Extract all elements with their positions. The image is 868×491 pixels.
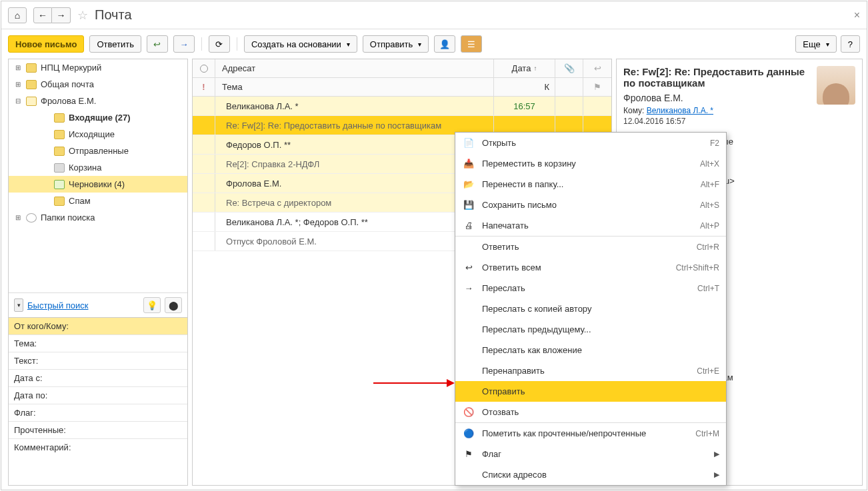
forward-button[interactable]: → [52,7,71,23]
ctx-shortcut: Ctrl+T [697,284,719,293]
address-book-button[interactable]: ☰ [461,35,482,53]
msg-header-row1: Адресат Дата↑ 📎 ↩ [193,59,611,78]
preview-to-link[interactable]: Великанова Л.А. * [647,106,713,115]
bulb-button[interactable]: 💡 [143,297,161,313]
circle-icon [200,65,208,73]
back-button[interactable]: ← [33,7,52,23]
reply-button[interactable]: Ответить [89,35,141,53]
forward-button-tb[interactable]: → [173,35,195,53]
ctx-item[interactable]: 📥Переместить в корзинуAlt+X [455,153,726,174]
ctx-item[interactable]: Списки адресов▶ [455,464,726,485]
folder-label: Общая почта [41,79,94,89]
col-important[interactable]: ! [193,78,215,96]
folder-icon [54,197,65,206]
col-subject[interactable]: Тема [215,78,494,96]
preview-to: Кому: Великанова Л.А. * [623,106,810,115]
create-based-button[interactable]: Создать на основании [244,35,357,53]
ctx-item[interactable]: ОтветитьCtrl+R [455,237,726,257]
col-reply[interactable]: ↩ [583,59,611,77]
folder-item-search[interactable]: ⊞Папки поиска [9,209,187,226]
search-text[interactable]: Текст: [9,352,187,370]
send-button[interactable]: Отправить [363,35,429,53]
help-button[interactable]: ? [841,35,860,53]
refresh-button[interactable]: ⟳ [209,35,230,53]
message-row[interactable]: Великанова Л.А. *16:57 [193,97,611,116]
ctx-item[interactable]: Переслать с копией автору [455,298,726,319]
search-flag[interactable]: Флаг: [9,404,187,422]
star-icon[interactable]: ☆ [77,8,88,23]
sort-asc-icon: ↑ [533,65,537,72]
ctx-label: Ответить всем [482,262,669,272]
folder-open-icon [26,97,37,106]
folder-label: Черновики (4) [69,179,125,189]
folder-item[interactable]: ⊟Фролова Е.М. [9,93,187,109]
search-comment[interactable]: Комментарий: [9,439,187,456]
ctx-label: Отозвать [482,407,719,417]
close-button[interactable]: × [854,9,860,21]
folder-label: Исходящие [69,129,115,139]
ctx-item[interactable]: 🖨НапечататьAlt+P [455,215,726,236]
search-from-to[interactable]: От кого/Кому: [9,318,187,335]
folder-label: Спам [69,196,91,206]
chevron-down-icon[interactable]: ▾ [14,298,23,312]
folder-item-drafts[interactable]: Черновики (4) [9,176,187,193]
col-addressee[interactable]: Адресат [215,59,494,77]
folder-item-outbox[interactable]: Исходящие [9,126,187,143]
ctx-item[interactable]: ПеренаправитьCtrl+E [455,360,726,381]
folder-item[interactable]: ⊞Общая почта [9,76,187,93]
expand-icon[interactable]: ⊞ [14,81,22,88]
ctx-shortcut: Ctrl+R [697,243,719,252]
folder-item[interactable]: ⊞НПЦ Меркурий [9,59,187,76]
reply-icon: ↩ [594,63,601,73]
col-date[interactable]: Дата↑ [494,59,555,77]
search-date-to[interactable]: Дата по: [9,387,187,404]
search-subject[interactable]: Тема: [9,335,187,352]
folder-item-inbox[interactable]: Входящие (27) [9,109,187,126]
new-message-button[interactable]: Новое письмо [8,35,84,53]
folder-item-trash[interactable]: Корзина [9,159,187,176]
col-flag[interactable]: ⚑ [583,78,611,96]
folder-item-spam[interactable]: Спам [9,193,187,209]
trash-icon [54,163,65,173]
ctx-item[interactable]: Отправить [455,381,726,402]
folder-icon [54,130,65,139]
draft-icon [54,180,65,189]
msg-addressee: Великанова Л.А. *; Федоров О.П. ** [215,213,494,231]
col-mark[interactable] [193,59,215,77]
ctx-label: Сохранить письмо [482,200,693,210]
quick-search-link[interactable]: Быстрый поиск [27,300,89,310]
titlebar: ⌂ ← → ☆ Почта × [1,1,867,29]
more-button[interactable]: Еще [795,35,836,53]
search-date-from[interactable]: Дата с: [9,370,187,387]
expand-icon[interactable]: ⊞ [14,64,22,71]
ctx-item[interactable]: 📄ОткрытьF2 [455,133,726,153]
ctx-item[interactable]: Переслать предыдущему... [455,319,726,340]
home-button[interactable]: ⌂ [8,7,27,23]
ctx-label: Списки адресов [482,470,707,480]
ctx-label: Переслать как вложение [482,345,719,355]
reply-all-button[interactable]: ↩ [147,35,168,53]
search-read[interactable]: Прочтенные: [9,422,187,439]
msg-addressee: Великанова Л.А. * [215,97,494,115]
expand-icon[interactable]: ⊞ [14,214,22,221]
left-panel: ⊞НПЦ Меркурий ⊞Общая почта ⊟Фролова Е.М.… [8,59,188,486]
contact-button[interactable]: 👤 [434,35,455,53]
ctx-label: Флаг [482,449,707,459]
ctx-icon: 📄 [462,138,475,148]
ctx-item[interactable]: 🚫Отозвать [455,402,726,422]
ctx-item[interactable]: 📂Перенести в папку...Alt+F [455,174,726,195]
search-form: От кого/Кому: Тема: Текст: Дата с: Дата … [9,317,187,456]
ctx-item[interactable]: 💾Сохранить письмоAlt+S [455,195,726,215]
ctx-item[interactable]: →ПереслатьCtrl+T [455,278,726,298]
collapse-icon[interactable]: ⊟ [14,97,22,105]
ctx-item[interactable]: 🔵Пометить как прочтенные/непрочтенныеCtr… [455,423,726,444]
circle-button[interactable]: ⬤ [165,297,182,313]
col-k[interactable]: К [494,78,555,96]
ctx-item[interactable]: Переслать как вложение [455,340,726,360]
ctx-icon: 📥 [462,159,475,169]
folder-item-sent[interactable]: Отправленные [9,143,187,159]
ctx-item[interactable]: ⚑Флаг▶ [455,444,726,464]
ctx-item[interactable]: ↩Ответить всемCtrl+Shift+R [455,257,726,278]
folder-tree: ⊞НПЦ Меркурий ⊞Общая почта ⊟Фролова Е.М.… [9,59,187,292]
col-attach[interactable]: 📎 [555,59,583,77]
